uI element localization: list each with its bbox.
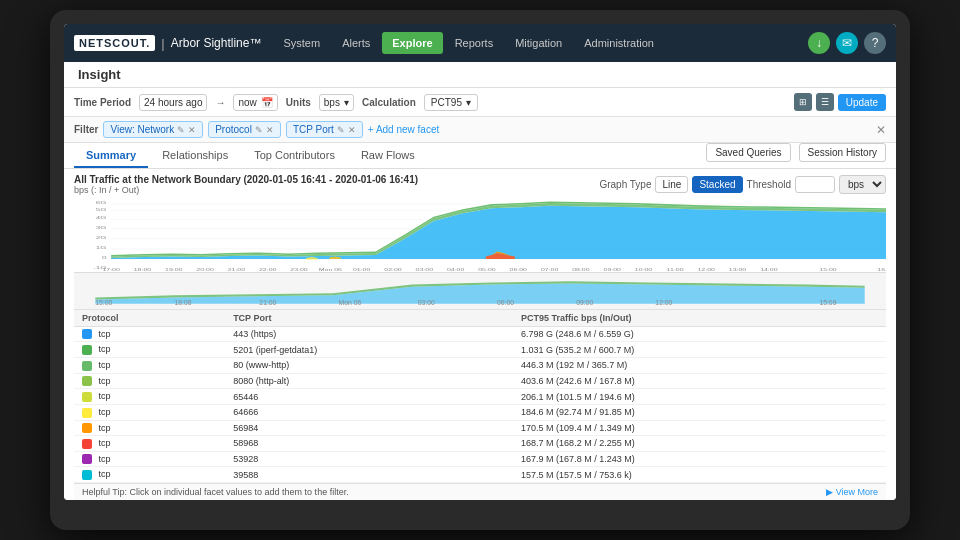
svg-text:02:00: 02:00 xyxy=(384,268,401,271)
helpful-tip-text: Helpful Tip: Click on individual facet v… xyxy=(82,487,349,497)
nav-mitigation[interactable]: Mitigation xyxy=(505,32,572,54)
filter-tag-network-edit[interactable]: ✎ xyxy=(177,125,185,135)
cell-protocol: tcp xyxy=(74,451,225,467)
cell-traffic: 206.1 M (101.5 M / 194.6 M) xyxy=(513,389,886,405)
help-icon[interactable]: ? xyxy=(864,32,886,54)
chart-title: All Traffic at the Network Boundary (202… xyxy=(74,174,418,185)
table-row[interactable]: tcp 80 (www-http) 446.3 M (192 M / 365.7… xyxy=(74,358,886,374)
table-row[interactable]: tcp 53928 167.9 M (167.8 M / 1.243 M) xyxy=(74,451,886,467)
nav-administration[interactable]: Administration xyxy=(574,32,664,54)
svg-text:20:00: 20:00 xyxy=(196,268,213,271)
cell-port: 39588 xyxy=(225,467,513,483)
helpful-tip: Helpful Tip: Click on individual facet v… xyxy=(74,483,886,500)
protocol-color-dot xyxy=(82,376,92,386)
cell-port: 64666 xyxy=(225,404,513,420)
col-header-tcpport: TCP Port xyxy=(225,310,513,327)
svg-text:17:00: 17:00 xyxy=(102,268,119,271)
svg-text:13:00: 13:00 xyxy=(729,268,746,271)
protocol-color-dot xyxy=(82,470,92,480)
filter-tag-tcpport-edit[interactable]: ✎ xyxy=(337,125,345,135)
line-btn[interactable]: Line xyxy=(655,176,688,193)
filter-label: Filter xyxy=(74,124,98,135)
table-row[interactable]: tcp 443 (https) 6.798 G (248.6 M / 6.559… xyxy=(74,326,886,342)
cell-traffic: 168.7 M (168.2 M / 2.255 M) xyxy=(513,436,886,452)
email-icon[interactable]: ✉ xyxy=(836,32,858,54)
filter-close-btn[interactable]: ✕ xyxy=(876,123,886,137)
tab-relationships[interactable]: Relationships xyxy=(150,144,240,168)
calc-chevron: ▾ xyxy=(466,97,471,108)
svg-text:23:00: 23:00 xyxy=(290,268,307,271)
table-row[interactable]: tcp 65446 206.1 M (101.5 M / 194.6 M) xyxy=(74,389,886,405)
saved-queries-btn[interactable]: Saved Queries xyxy=(706,143,790,162)
main-nav: System Alerts Explore Reports Mitigation… xyxy=(273,32,663,54)
nav-system[interactable]: System xyxy=(273,32,330,54)
protocol-color-dot xyxy=(82,361,92,371)
update-button[interactable]: Update xyxy=(838,94,886,111)
svg-text:5G: 5G xyxy=(96,207,107,211)
page-title: Insight xyxy=(78,67,121,82)
filter-tag-tcpport[interactable]: TCP Port ✎ ✕ xyxy=(286,121,363,138)
calc-select[interactable]: PCT95 ▾ xyxy=(424,94,478,111)
protocol-color-dot xyxy=(82,329,92,339)
svg-text:01:00: 01:00 xyxy=(353,268,370,271)
svg-text:19:00: 19:00 xyxy=(165,268,182,271)
protocol-color-dot xyxy=(82,454,92,464)
table-row[interactable]: tcp 8080 (http-alt) 403.6 M (242.6 M / 1… xyxy=(74,373,886,389)
filter-tag-protocol-remove[interactable]: ✕ xyxy=(266,125,274,135)
period-label: Time Period xyxy=(74,97,131,108)
nav-reports[interactable]: Reports xyxy=(445,32,504,54)
tab-raw-flows[interactable]: Raw Flows xyxy=(349,144,427,168)
table-row[interactable]: tcp 39588 157.5 M (157.5 M / 753.6 k) xyxy=(74,467,886,483)
nav-explore[interactable]: Explore xyxy=(382,32,442,54)
nav-alerts[interactable]: Alerts xyxy=(332,32,380,54)
table-icon-btn[interactable]: ☰ xyxy=(816,93,834,111)
svg-text:11:00: 11:00 xyxy=(666,268,683,271)
calc-label: Calculation xyxy=(362,97,416,108)
session-history-btn[interactable]: Session History xyxy=(799,143,886,162)
svg-text:Mon 06: Mon 06 xyxy=(319,268,342,271)
tabs-row: Summary Relationships Top Contributors R… xyxy=(64,143,896,169)
period-to-value: now xyxy=(238,97,256,108)
table-row[interactable]: tcp 64666 184.6 M (92.74 M / 91.85 M) xyxy=(74,404,886,420)
table-row[interactable]: tcp 56984 170.5 M (109.4 M / 1.349 M) xyxy=(74,420,886,436)
filter-tag-network-remove[interactable]: ✕ xyxy=(188,125,196,135)
units-select[interactable]: bps ▾ xyxy=(319,94,354,111)
cell-port: 53928 xyxy=(225,451,513,467)
cell-protocol: tcp xyxy=(74,358,225,374)
threshold-input[interactable] xyxy=(795,176,835,193)
filter-tag-protocol[interactable]: Protocol ✎ ✕ xyxy=(208,121,281,138)
filter-tag-tcpport-remove[interactable]: ✕ xyxy=(348,125,356,135)
svg-text:2G: 2G xyxy=(96,235,107,239)
cell-protocol: tcp xyxy=(74,404,225,420)
svg-text:21:00: 21:00 xyxy=(228,268,245,271)
filter-bar: Filter View: Network ✎ ✕ Protocol ✎ ✕ TC… xyxy=(64,117,896,143)
svg-text:6G: 6G xyxy=(96,201,107,205)
threshold-unit-select[interactable]: bps xyxy=(839,175,886,194)
svg-text:3G: 3G xyxy=(96,225,107,229)
filter-tag-protocol-edit[interactable]: ✎ xyxy=(255,125,263,135)
period-from-value: 24 hours ago xyxy=(144,97,202,108)
stacked-btn[interactable]: Stacked xyxy=(692,176,742,193)
filter-tag-protocol-label: Protocol xyxy=(215,124,252,135)
svg-text:09:00: 09:00 xyxy=(576,299,593,306)
download-icon[interactable]: ↓ xyxy=(808,32,830,54)
chart-icon-btn[interactable]: ⊞ xyxy=(794,93,812,111)
svg-text:18:00: 18:00 xyxy=(134,268,151,271)
table-row[interactable]: tcp 5201 (iperf-getdata1) 1.031 G (535.2… xyxy=(74,342,886,358)
view-more-link[interactable]: ▶ View More xyxy=(826,487,878,497)
table-row[interactable]: tcp 58968 168.7 M (168.2 M / 2.255 M) xyxy=(74,436,886,452)
tab-summary[interactable]: Summary xyxy=(74,144,148,168)
add-facet-btn[interactable]: + Add new facet xyxy=(368,124,439,135)
main-chart: -1G 0 1G 2G 3G 4G 5G 6G xyxy=(74,198,886,272)
tab-top-contributors[interactable]: Top Contributors xyxy=(242,144,347,168)
cell-traffic: 6.798 G (248.6 M / 6.559 G) xyxy=(513,326,886,342)
protocol-color-dot xyxy=(82,408,92,418)
cell-traffic: 446.3 M (192 M / 365.7 M) xyxy=(513,358,886,374)
period-to-select[interactable]: now 📅 xyxy=(233,94,277,111)
cell-protocol: tcp xyxy=(74,467,225,483)
svg-text:15:00: 15:00 xyxy=(819,268,836,271)
period-from-select[interactable]: 24 hours ago xyxy=(139,94,207,111)
cell-traffic: 167.9 M (167.8 M / 1.243 M) xyxy=(513,451,886,467)
graph-type-label: Graph Type xyxy=(599,179,651,190)
filter-tag-network[interactable]: View: Network ✎ ✕ xyxy=(103,121,203,138)
